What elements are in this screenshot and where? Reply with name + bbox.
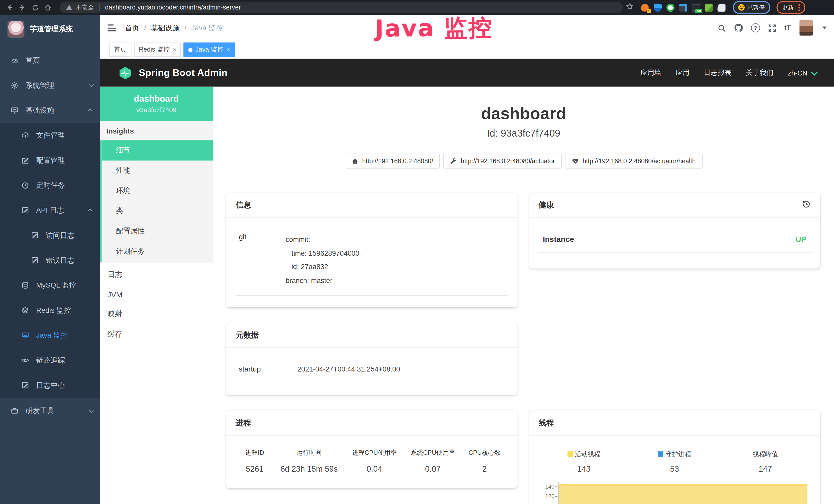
sidebar-item-files[interactable]: 文件管理 <box>0 123 100 147</box>
gear-icon <box>10 82 19 89</box>
app-window: 芋道管理系统 首页 系统管理 基础设施 <box>0 15 834 504</box>
extension-evernote-icon[interactable] <box>705 3 713 11</box>
close-icon[interactable]: × <box>173 47 176 53</box>
threads-legend: 活动线程 守护进程 线程峰值 <box>539 450 811 459</box>
actuator-url-button[interactable]: http://192.168.0.2:48080/actuator <box>443 154 562 168</box>
sidebar-item-infra[interactable]: 基础设施 <box>0 98 100 123</box>
extension-pin-icon[interactable] <box>654 3 662 11</box>
sidebar-item-error-log[interactable]: 错误日志 <box>0 248 100 273</box>
chevron-up-icon <box>87 108 92 113</box>
extension-grid-icon[interactable] <box>679 3 687 11</box>
sidebar-item-api-log[interactable]: API 日志 <box>0 198 100 223</box>
address-bar[interactable]: 不安全 dashboard.yudao.iocoder.cn/infra/adm… <box>60 2 623 13</box>
cpu-cores-value: 2 <box>461 464 507 473</box>
close-icon[interactable]: × <box>226 47 230 53</box>
history-icon[interactable] <box>802 200 811 210</box>
sidebar-menu: 首页 系统管理 基础设施 文件管理 配置管理 <box>0 48 100 423</box>
service-url-button[interactable]: http://192.168.0.2:48080/ <box>345 154 440 168</box>
browser-back-icon[interactable] <box>4 2 15 13</box>
col-header: 运行时间 <box>274 449 345 457</box>
extension-yuque-icon[interactable] <box>666 3 675 11</box>
sidebar-item-config[interactable]: 配置管理 <box>0 148 100 173</box>
sidebar-item-tracing[interactable]: 链路追踪 <box>0 348 100 372</box>
breadcrumb-home[interactable]: 首页 <box>125 23 139 32</box>
text-size-icon[interactable]: tT <box>785 24 791 32</box>
chevron-down-icon <box>811 69 817 75</box>
instance-header[interactable]: dashboard 93a3fc7f7409 <box>100 87 213 121</box>
extension-puzzle-icon[interactable] <box>717 3 725 11</box>
instance-name: dashboard <box>103 93 210 104</box>
bookmark-star-icon[interactable] <box>626 3 633 12</box>
heartbeat-icon <box>572 158 579 165</box>
menu-item-details[interactable]: 细节 <box>102 140 213 161</box>
sba-nav-journal[interactable]: 日志报表 <box>704 68 731 77</box>
user-avatar[interactable] <box>799 20 813 36</box>
sidebar-item-access-log[interactable]: 访问日志 <box>0 223 100 248</box>
extension-on-badge: on <box>695 9 702 13</box>
sidebar-item-mysql[interactable]: MySQL 监控 <box>0 273 100 298</box>
tab-redis-monitor[interactable]: Redis 监控 × <box>134 43 181 57</box>
sidebar-item-home[interactable]: 首页 <box>0 48 100 73</box>
logo-image <box>7 21 24 38</box>
process-card-title: 进程 <box>236 418 251 428</box>
fullscreen-icon[interactable] <box>768 24 776 32</box>
sidebar-item-jobs[interactable]: 定时任务 <box>0 173 100 198</box>
hamburger-icon[interactable] <box>107 24 116 31</box>
search-icon[interactable] <box>717 24 726 32</box>
browser-home-icon[interactable] <box>43 2 53 13</box>
menu-item-logs[interactable]: 日志 <box>100 265 213 285</box>
browser-forward-icon[interactable] <box>17 2 27 13</box>
menu-item-scheduled-tasks[interactable]: 计划任务 <box>102 241 213 261</box>
layers-icon <box>21 306 29 314</box>
sba-brand[interactable]: Spring Boot Admin <box>118 66 227 80</box>
y-tick: 100 <box>545 502 554 504</box>
health-url-button[interactable]: http://192.168.0.2:48080/actuator/health <box>565 154 703 168</box>
browser-reload-icon[interactable] <box>30 2 40 13</box>
sba-nav-about[interactable]: 关于我们 <box>746 68 774 77</box>
menu-item-classes[interactable]: 类 <box>102 201 213 221</box>
sba-language-select[interactable]: zh-CN <box>788 69 816 77</box>
github-icon[interactable] <box>734 23 743 32</box>
threads-values: 143 53 147 <box>539 464 811 473</box>
sidebar-logo-row[interactable]: 芋道管理系统 <box>0 15 100 44</box>
log-edit-icon <box>21 206 29 214</box>
col-header: 系统CPU使用率 <box>404 449 461 457</box>
menu-item-jvm[interactable]: JVM <box>100 285 213 304</box>
sidebar-item-redis[interactable]: Redis 监控 <box>0 298 100 323</box>
instance-id: 93a3fc7f7409 <box>103 106 210 114</box>
profile-paused-chip[interactable]: 已暂停 <box>733 1 770 14</box>
extension-colorzilla-icon[interactable]: 1 <box>641 3 649 11</box>
tab-home[interactable]: 首页 <box>109 43 132 57</box>
sidebar-item-system[interactable]: 系统管理 <box>0 73 100 98</box>
app-title: 芋道管理系统 <box>30 24 73 34</box>
sba-nav-applications[interactable]: 应用 <box>676 68 689 77</box>
extension-switch-icon[interactable]: on <box>692 3 700 11</box>
cards-grid: 信息 git commit: time: 1596289704000 id: 2… <box>213 168 834 504</box>
menu-item-caches[interactable]: 缓存 <box>100 324 213 345</box>
menu-item-mappings[interactable]: 映射 <box>100 304 213 324</box>
menu-item-environment[interactable]: 环境 <box>102 181 213 201</box>
tab-java-monitor[interactable]: Java 监控 × <box>184 43 235 57</box>
sidebar-item-log-center[interactable]: 日志中心 <box>0 373 100 398</box>
screen: 不安全 dashboard.yudao.iocoder.cn/infra/adm… <box>0 0 834 504</box>
help-icon[interactable]: ? <box>751 23 760 32</box>
legend-swatch-blue <box>658 452 663 457</box>
user-menu-caret-icon[interactable] <box>822 27 827 29</box>
threads-card-title: 线程 <box>539 418 554 428</box>
chrome-menu-icon[interactable] <box>798 7 800 8</box>
chrome-update-button[interactable]: 更新 <box>776 1 805 14</box>
sidebar-item-devtools[interactable]: 研发工具 <box>0 398 100 423</box>
page-instance-id: Id: 93a3fc7f7409 <box>213 128 834 139</box>
sba-nav-wallboard[interactable]: 应用墙 <box>641 68 661 77</box>
process-card: 进程 进程ID 运行时间 进程CPU使用率 系统CPU使用率 CPU核心数 52… <box>226 411 517 488</box>
breadcrumb-infra[interactable]: 基础设施 <box>151 23 180 32</box>
live-threads-area-series <box>559 484 807 504</box>
monitor-chart-icon <box>10 106 19 114</box>
legend-swatch-yellow <box>567 452 573 457</box>
cloud-upload-icon <box>21 131 29 139</box>
menu-item-metrics[interactable]: 性能 <box>102 160 213 181</box>
process-table: 进程ID 运行时间 进程CPU使用率 系统CPU使用率 CPU核心数 5261 … <box>236 449 507 473</box>
sidebar-item-java-monitor[interactable]: Java 监控 <box>0 323 100 348</box>
menu-item-config-props[interactable]: 配置属性 <box>102 221 213 241</box>
address-divider <box>99 4 100 11</box>
